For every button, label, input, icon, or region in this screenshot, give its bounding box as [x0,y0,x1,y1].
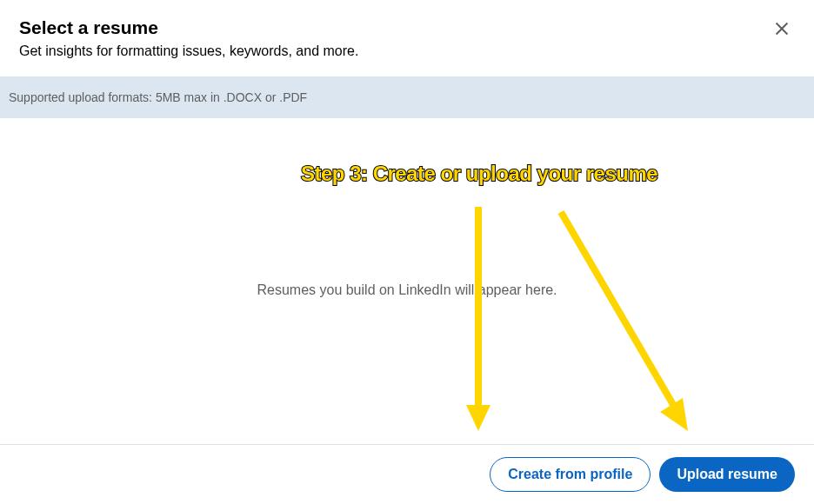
dialog-header: Select a resume Get insights for formatt… [0,0,814,71]
annotation-step-label: Step 3: Create or upload your resume [301,162,657,186]
upload-resume-button[interactable]: Upload resume [659,457,795,492]
svg-marker-3 [466,405,490,431]
annotation-overlay: Step 3: Create or upload your resume [0,0,814,504]
svg-line-4 [561,212,678,414]
close-button[interactable] [771,19,793,42]
supported-formats-banner: Supported upload formats: 5MB max in .DO… [0,76,814,118]
dialog-title: Select a resume [19,17,795,38]
dialog-subtitle: Get insights for formatting issues, keyw… [19,43,795,59]
close-icon [772,19,791,42]
create-from-profile-button[interactable]: Create from profile [490,457,651,492]
svg-marker-5 [660,398,688,431]
annotation-arrow-left [461,207,496,433]
dialog-footer: Create from profile Upload resume [0,444,814,504]
empty-state-message: Resumes you build on LinkedIn will appea… [0,282,814,298]
annotation-arrow-right [552,205,700,440]
